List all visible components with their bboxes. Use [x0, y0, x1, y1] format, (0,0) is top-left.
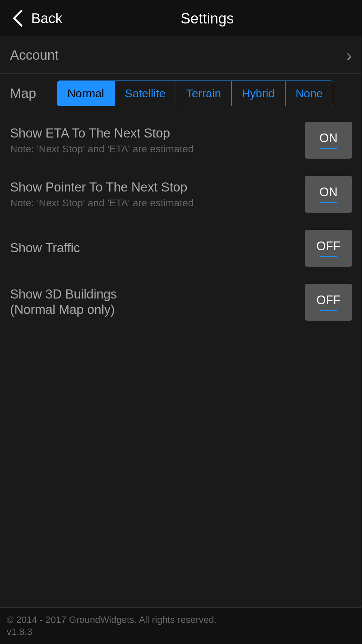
setting-note-show-eta: Note: 'Next Stop' and 'ETA' are estimate… — [10, 143, 305, 155]
setting-row-show-pointer: Show Pointer To The Next Stop Note: 'Nex… — [0, 167, 362, 221]
account-label: Account — [10, 48, 59, 63]
setting-text-show-eta: Show ETA To The Next Stop Note: 'Next St… — [10, 126, 305, 155]
toggle-text-show-eta: ON — [319, 131, 338, 145]
back-label: Back — [31, 10, 62, 26]
back-button[interactable]: Back — [10, 10, 62, 26]
toggle-indicator-show-pointer — [320, 202, 337, 203]
map-row: Map Normal Satellite Terrain Hybrid None — [0, 74, 362, 113]
toggle-text-show-pointer: ON — [319, 185, 338, 199]
toggle-show-3d[interactable]: OFF — [305, 284, 352, 321]
toggle-show-traffic[interactable]: OFF — [305, 230, 352, 267]
map-btn-satellite[interactable]: Satellite — [115, 80, 176, 106]
map-label: Map — [10, 86, 50, 101]
setting-row-show-eta: Show ETA To The Next Stop Note: 'Next St… — [0, 113, 362, 167]
footer-version: v1.8.3 — [7, 627, 355, 637]
map-btn-none[interactable]: None — [285, 80, 333, 106]
setting-title-show-eta: Show ETA To The Next Stop — [10, 126, 305, 141]
footer: © 2014 - 2017 GroundWidgets. All rights … — [0, 607, 362, 644]
back-icon — [10, 11, 25, 26]
toggle-indicator-show-3d — [320, 310, 337, 311]
map-btn-terrain[interactable]: Terrain — [176, 80, 232, 106]
setting-row-show-3d: Show 3D Buildings(Normal Map only) OFF — [0, 275, 362, 329]
setting-text-show-3d: Show 3D Buildings(Normal Map only) — [10, 287, 305, 317]
toggle-text-show-3d: OFF — [316, 293, 341, 307]
toggle-show-pointer[interactable]: ON — [305, 176, 352, 213]
account-chevron-icon: › — [346, 46, 352, 65]
map-type-buttons: Normal Satellite Terrain Hybrid None — [57, 80, 333, 106]
toggle-show-eta[interactable]: ON — [305, 122, 352, 159]
setting-row-show-traffic: Show Traffic OFF — [0, 221, 362, 275]
setting-text-show-pointer: Show Pointer To The Next Stop Note: 'Nex… — [10, 180, 305, 209]
footer-copyright: © 2014 - 2017 GroundWidgets. All rights … — [7, 614, 355, 625]
map-btn-hybrid[interactable]: Hybrid — [231, 80, 285, 106]
setting-note-show-pointer: Note: 'Next Stop' and 'ETA' are estimate… — [10, 197, 305, 209]
toggle-indicator-show-traffic — [320, 256, 337, 257]
map-btn-normal[interactable]: Normal — [57, 80, 115, 106]
page-title: Settings — [62, 10, 352, 27]
header: Back Settings — [0, 0, 362, 37]
setting-text-show-traffic: Show Traffic — [10, 240, 305, 256]
setting-title-show-3d: Show 3D Buildings(Normal Map only) — [10, 287, 305, 317]
account-row[interactable]: Account › — [0, 37, 362, 74]
setting-title-show-pointer: Show Pointer To The Next Stop — [10, 180, 305, 195]
setting-title-show-traffic: Show Traffic — [10, 240, 305, 256]
toggle-text-show-traffic: OFF — [316, 239, 341, 253]
toggle-indicator-show-eta — [320, 148, 337, 149]
